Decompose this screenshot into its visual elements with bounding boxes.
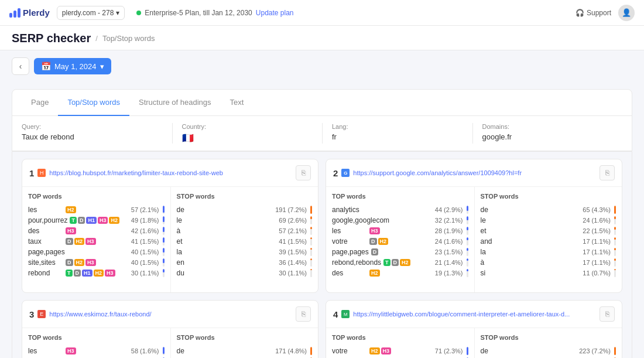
card-url[interactable]: https://mylittlebigweb.com/blogue/commen…: [353, 311, 596, 318]
stop-word-text: de: [481, 206, 516, 214]
word-text: page,pages: [28, 248, 65, 256]
stop-words-title: STOP words: [481, 193, 616, 200]
stop-word-row: à 17 (1.1%): [481, 257, 616, 268]
card-url[interactable]: https://www.eskimoz.fr/taux-rebond/: [49, 311, 292, 318]
stop-word-bar-wrap: [310, 206, 312, 214]
domains-value: google.fr: [482, 132, 614, 141]
stop-word-bar: [310, 269, 312, 270]
stop-word-row: de 223 (7.2%): [481, 346, 616, 356]
words-section: TOP words les H3 58 (1.6%) site,sites H3…: [22, 328, 318, 358]
word-bar-wrap: [163, 269, 165, 277]
date-chevron-icon: ▾: [100, 62, 104, 71]
word-tags: H3: [66, 347, 129, 354]
stop-word-row: and 17 (1.1%): [481, 236, 616, 247]
tag-h3: H3: [98, 217, 108, 224]
card-number: 4: [333, 309, 338, 319]
filter-country: Country: 🇫🇷: [172, 123, 323, 144]
headphone-icon: 🎧: [576, 9, 584, 17]
stop-word-bar-wrap: [614, 206, 616, 214]
card-number: 1: [29, 168, 34, 178]
top-words-title: TOP words: [332, 334, 468, 341]
word-bar-wrap: [163, 227, 165, 235]
tag-d: D: [392, 259, 399, 266]
word-bar: [163, 237, 165, 243]
chevron-down-icon: ▾: [116, 9, 119, 17]
word-bar-wrap: [467, 258, 468, 267]
stop-word-count: 17 (1.1%): [583, 238, 611, 245]
stop-words-col: STOP words de 191 (7.2%) le 69 (2.6%) à …: [170, 187, 318, 292]
stop-word-count: 11 (0.7%): [583, 270, 611, 277]
tag-t: T: [66, 270, 73, 277]
word-bar: [163, 206, 165, 213]
stop-word-row: le 24 (1.6%): [481, 215, 616, 226]
word-count: 42 (1.6%): [131, 227, 159, 234]
card-url[interactable]: https://support.google.com/analytics/ans…: [353, 169, 596, 176]
copy-button[interactable]: ⎘: [600, 165, 615, 180]
top-word-row: rebond TDH1H2H3 30 (1.1%): [28, 268, 165, 278]
word-count: 32 (2.1%): [435, 217, 463, 224]
stop-word-bar: [310, 237, 312, 239]
tag-d: D: [74, 270, 81, 277]
copy-button[interactable]: ⎘: [296, 306, 311, 322]
word-text: page,pages: [332, 248, 369, 256]
update-plan-link[interactable]: Update plan: [256, 9, 294, 17]
tag-h2: H2: [378, 238, 389, 245]
tag-h3: H3: [85, 259, 96, 266]
stop-word-count: 17 (1.1%): [583, 248, 611, 255]
plan-text: Enterprise-5 Plan, till Jan 12, 2030: [145, 9, 252, 17]
stop-word-text: le: [481, 216, 516, 224]
tag-d: D: [66, 238, 73, 245]
word-count: 49 (1.8%): [131, 217, 159, 224]
top-word-row: les H2 57 (2.1%): [28, 204, 165, 215]
stop-word-text: et: [481, 227, 516, 235]
tag-h2: H2: [109, 217, 119, 224]
word-count: 24 (1.6%): [435, 238, 463, 245]
word-text: des: [332, 269, 367, 277]
stop-word-row: de 65 (4.3%): [481, 204, 616, 215]
stop-word-text: du: [177, 269, 212, 277]
copy-button[interactable]: ⎘: [600, 306, 615, 322]
top-word-row: des H2 19 (1.3%): [332, 268, 468, 278]
stop-word-bar: [614, 227, 616, 230]
word-count: 19 (1.3%): [435, 270, 463, 277]
word-tags: TDH1H2H3: [66, 270, 129, 277]
words-section: TOP words les H2 57 (2.1%) pour,pourrez …: [22, 187, 318, 292]
user-avatar[interactable]: 👤: [618, 5, 635, 21]
stop-word-bar: [310, 248, 312, 250]
logo[interactable]: Plerdy: [9, 8, 50, 18]
stop-word-text: et: [177, 237, 212, 246]
site-selector[interactable]: plerdy.com - 278 ▾: [57, 6, 125, 20]
tag-h2: H2: [74, 259, 85, 266]
word-tags: H2H3: [369, 347, 433, 354]
word-text: les: [332, 227, 367, 235]
card-url[interactable]: https://blog.hubspot.fr/marketing/limite…: [49, 169, 292, 176]
stop-words-title: STOP words: [481, 334, 616, 341]
word-text: google,googlecom: [332, 216, 389, 224]
stop-word-text: de: [177, 206, 212, 214]
tab-top-stop-words[interactable]: Top/Stop words: [58, 90, 129, 116]
lang-value: fr: [332, 132, 463, 141]
stop-word-bar-wrap: [310, 258, 312, 267]
back-button[interactable]: ‹: [12, 57, 29, 75]
stop-word-bar-wrap: [310, 269, 312, 277]
copy-button[interactable]: ⎘: [296, 165, 311, 180]
word-tags: DH2: [369, 238, 433, 245]
breadcrumb: SERP checker / Top/Stop words: [12, 32, 632, 45]
stop-word-bar: [614, 347, 616, 355]
logo-icon: [9, 8, 20, 18]
tab-text[interactable]: Text: [221, 90, 254, 116]
tag-h3: H3: [66, 227, 76, 234]
stop-words-title: STOP words: [177, 193, 313, 200]
word-text: votre: [332, 237, 367, 246]
card-number: 3: [29, 309, 34, 319]
tag-h3: H3: [66, 347, 76, 354]
tab-structure-of-headings[interactable]: Structure of headings: [129, 90, 221, 116]
tab-page[interactable]: Page: [22, 90, 58, 116]
support-button[interactable]: 🎧 Support: [576, 9, 611, 17]
top-words-title: TOP words: [28, 334, 165, 341]
date-picker-button[interactable]: 📅 May 1, 2024 ▾: [34, 58, 111, 74]
stop-word-count: 17 (1.1%): [583, 259, 611, 266]
word-bar: [163, 216, 165, 222]
support-label: Support: [587, 9, 611, 17]
word-bar: [467, 258, 468, 261]
